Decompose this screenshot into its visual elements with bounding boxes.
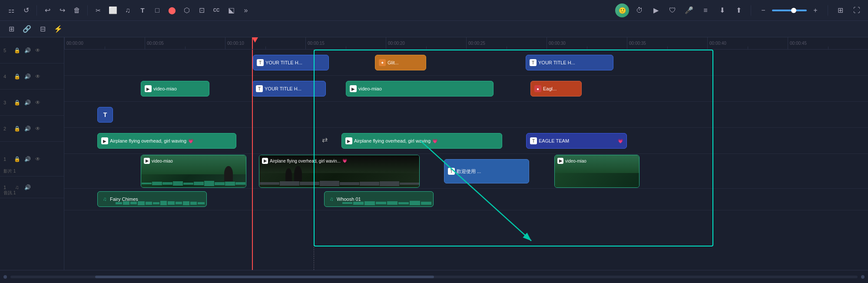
shape-icon[interactable]: □ xyxy=(151,4,163,17)
time-ruler[interactable]: 00:00:00 00:00:05 00:00:10 00:00:15 00:0… xyxy=(64,37,868,50)
clip-welcome-icon: T xyxy=(448,168,455,175)
clip-track2-airplane2[interactable]: ▶ Airplane flying overhead, girl waving … xyxy=(341,133,502,149)
track-5-lock-icon[interactable]: 🔒 xyxy=(13,47,21,54)
add-track-icon[interactable]: ⊞ xyxy=(5,23,17,35)
history-icon[interactable]: ↺ xyxy=(20,4,32,17)
clip-track2-eagle-team[interactable]: T EAGLE TEAM 💗 xyxy=(526,133,627,149)
ww8 xyxy=(421,202,431,205)
import-icon[interactable]: ⬇ xyxy=(716,4,728,17)
effect2-icon[interactable]: ⊡ xyxy=(195,4,208,17)
clip-audio-fairy[interactable]: ♫ Fairy Chimes xyxy=(97,191,207,207)
caption-icon[interactable]: CC xyxy=(210,4,222,17)
fw9 xyxy=(176,202,182,204)
track-2-eye-icon[interactable]: 👁 xyxy=(34,125,42,133)
track-3-eye-icon[interactable]: 👁 xyxy=(34,99,42,107)
wb10 xyxy=(235,182,245,185)
clip-track1-airplane-big[interactable]: ▶ Airplane flying overhead, girl wavin..… xyxy=(259,155,420,188)
clip-track4-eagl[interactable]: ● Eagl... xyxy=(530,81,582,97)
ruler-mark-45: 00:00:45 xyxy=(788,37,868,49)
track-2-lock-icon[interactable]: 🔒 xyxy=(13,125,21,133)
delete-icon[interactable]: 🗑 xyxy=(71,4,83,17)
expand-icon[interactable]: ⛶ xyxy=(851,4,863,17)
clip-t1-vm-label: video-miao xyxy=(152,159,173,163)
snap-icon[interactable]: ⚡ xyxy=(52,23,64,35)
clip-t1-ap-heart: 💗 xyxy=(342,159,347,163)
clip-audio-whoosh[interactable]: ♫ Whoosh 01 xyxy=(324,191,434,207)
track-1-lane[interactable]: ▶ video-miao xyxy=(64,154,868,189)
clip-track3-title-block[interactable]: T xyxy=(97,107,113,123)
clip-track4-videomiao1[interactable]: ▶ video-miao xyxy=(141,81,209,97)
clip-track5-glit[interactable]: ✦ Glit... xyxy=(375,55,426,70)
clip-track5-title2[interactable]: T YOUR TITLE H... xyxy=(526,55,613,70)
effect1-icon[interactable]: ⬡ xyxy=(181,4,193,17)
undo-icon[interactable]: ↩ xyxy=(41,4,53,17)
track-5-controls: 5 🔒 🔊 👁 xyxy=(0,37,64,63)
track-1-eye-icon[interactable]: 👁 xyxy=(34,155,42,163)
fairy-waveform xyxy=(115,200,205,206)
cut-icon[interactable]: ✂ xyxy=(92,4,104,17)
clip-track4-title[interactable]: T YOUR TITLE H... xyxy=(252,81,326,97)
track-4-lane[interactable]: ▶ video-miao T YOUR TITLE H... ▶ video-m… xyxy=(64,76,868,102)
timeline-area: 00:00:00 00:00:05 00:00:10 00:00:15 00:0… xyxy=(64,37,868,270)
mic-icon[interactable]: 🎤 xyxy=(683,4,695,17)
clip-title2-icon: T xyxy=(530,59,537,66)
audio-track-lane[interactable]: ♫ Fairy Chimes xyxy=(64,189,868,210)
translation-icon[interactable]: ⬕ xyxy=(225,4,237,17)
text-icon[interactable]: T xyxy=(136,4,149,17)
audio-icon[interactable]: ♫ xyxy=(122,4,134,17)
clock-icon[interactable]: ⏱ xyxy=(633,4,646,17)
track-2-volume-icon[interactable]: 🔊 xyxy=(23,125,31,133)
scrollbar-thumb[interactable] xyxy=(95,276,434,278)
record-icon[interactable]: ⬤ xyxy=(166,4,178,17)
scroll-right-btn[interactable] xyxy=(861,275,865,279)
track-1-volume-icon[interactable]: 🔊 xyxy=(23,155,31,163)
ruler-mark-35: 00:00:35 xyxy=(627,37,707,49)
track-4-lock-icon[interactable]: 🔒 xyxy=(13,73,21,80)
track-3-volume-icon[interactable]: 🔊 xyxy=(23,99,31,107)
redo-icon[interactable]: ↪ xyxy=(56,4,68,17)
playback-icon[interactable]: ▶ xyxy=(650,4,662,17)
airplane-waveform xyxy=(259,180,419,186)
zoom-plus-icon[interactable]: + xyxy=(809,4,822,17)
link-tracks-icon[interactable]: 🔗 xyxy=(21,23,33,35)
wb3 xyxy=(162,182,172,185)
fw11 xyxy=(190,202,197,205)
shield-icon[interactable]: 🛡 xyxy=(666,4,679,17)
zoom-slider[interactable] xyxy=(772,10,807,11)
align-tracks-icon[interactable]: ⊟ xyxy=(36,23,49,35)
track-2-lane[interactable]: ▶ Airplane flying overhead, girl waving … xyxy=(64,128,868,154)
grid-view-icon[interactable]: ⊞ xyxy=(834,4,846,17)
zoom-minus-icon[interactable]: − xyxy=(757,4,769,17)
clip-track4-videomiao2[interactable]: ▶ video-miao xyxy=(346,81,494,97)
export-icon[interactable]: ⬆ xyxy=(732,4,745,17)
track-1-lock-icon[interactable]: 🔒 xyxy=(13,155,21,163)
silhouette1 xyxy=(285,168,292,181)
audio-track-number: 1 xyxy=(3,185,10,190)
track-3-lane[interactable]: T xyxy=(64,102,868,128)
clip-track1-videomiao-thumb[interactable]: ▶ video-miao xyxy=(141,155,246,188)
user-avatar[interactable]: 🙂 xyxy=(615,3,629,17)
list-music-icon[interactable]: ≡ xyxy=(699,4,712,17)
track-4-eye-icon[interactable]: 👁 xyxy=(34,73,42,80)
track-4-volume-icon[interactable]: 🔊 xyxy=(23,73,31,80)
more-tools-icon[interactable]: » xyxy=(240,4,252,17)
clip-track2-airplane1[interactable]: ▶ Airplane flying overhead, girl waving … xyxy=(97,133,236,149)
grid-icon[interactable]: ⚏ xyxy=(5,4,17,17)
scroll-left-btn[interactable] xyxy=(3,275,7,279)
toolbar-separator xyxy=(36,5,37,16)
crop-icon[interactable]: ⬜ xyxy=(107,4,119,17)
track-5-volume-icon[interactable]: 🔊 xyxy=(23,47,31,54)
wb8 xyxy=(215,182,225,185)
track-3-lock-icon[interactable]: 🔒 xyxy=(13,99,21,107)
play-icon-small: ▶ xyxy=(144,158,150,164)
clip-track5-title1[interactable]: T YOUR TITLE H... xyxy=(253,55,329,70)
clip-track5-title1-label: YOUR TITLE H... xyxy=(265,60,302,65)
clip-track1-welcome[interactable]: T 歡迎使用 ... xyxy=(444,159,529,183)
clip-track1-vm-small[interactable]: ▶ video-miao xyxy=(554,155,639,188)
track-3-controls: 3 🔒 🔊 👁 xyxy=(0,90,64,116)
wb4 xyxy=(173,181,183,186)
track-5-eye-icon[interactable]: 👁 xyxy=(34,47,42,54)
horizontal-scrollbar[interactable] xyxy=(10,276,858,278)
track-5-lane[interactable]: T YOUR TITLE H... ✦ Glit... T YOUR TITLE… xyxy=(64,50,868,76)
audio-track-volume-icon[interactable]: 🔊 xyxy=(23,183,31,191)
